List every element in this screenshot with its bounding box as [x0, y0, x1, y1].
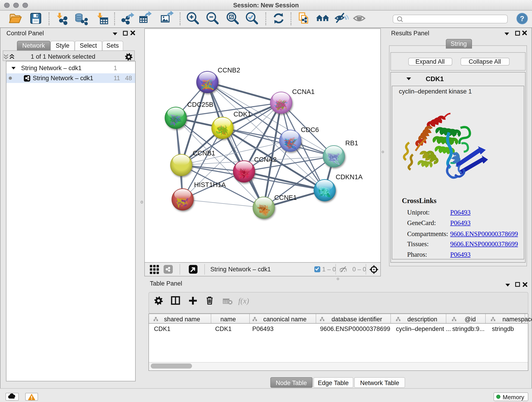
svg-text:CDC25B: CDC25B [187, 101, 213, 108]
svg-text:CCNA1: CCNA1 [292, 88, 314, 95]
svg-text:CCNE1: CCNE1 [274, 194, 297, 201]
svg-text:HIST1H1A: HIST1H1A [194, 181, 226, 188]
svg-text:CCNA2: CCNA2 [254, 156, 276, 163]
svg-text:CCNB1: CCNB1 [192, 149, 215, 157]
svg-text:CDC6: CDC6 [301, 126, 319, 133]
svg-text:CCNB2: CCNB2 [217, 66, 240, 74]
svg-text:RB1: RB1 [345, 139, 358, 147]
svg-text:CDK1: CDK1 [233, 110, 251, 118]
svg-text:CDKN1A: CDKN1A [336, 173, 362, 181]
